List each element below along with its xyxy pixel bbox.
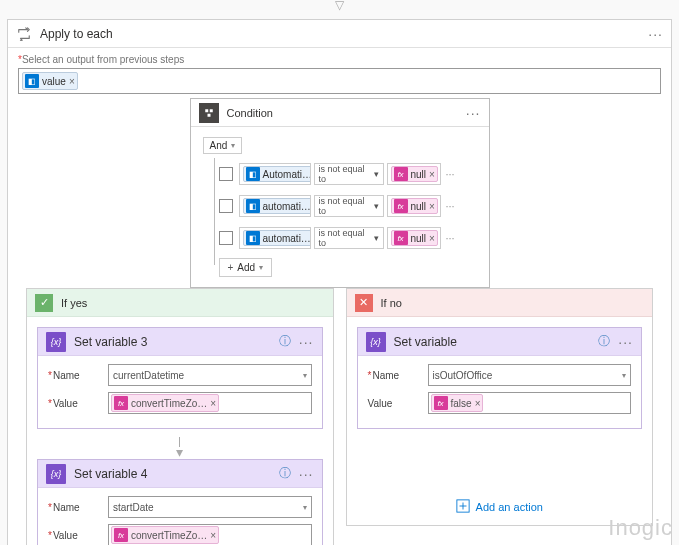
action-title: Set variable 4 (74, 467, 279, 481)
info-icon[interactable]: ⓘ (279, 465, 291, 482)
action-title: Set variable (394, 335, 599, 349)
row-checkbox[interactable] (219, 231, 233, 245)
loop-icon (16, 26, 32, 42)
chevron-down-icon: ▾ (303, 503, 307, 512)
remove-token-icon[interactable]: × (210, 398, 216, 409)
action-title: Set variable 3 (74, 335, 279, 349)
remove-token-icon[interactable]: × (429, 233, 435, 244)
add-condition-button[interactable]: + Add ▾ (219, 258, 273, 277)
if-yes-branch: ✓ If yes {x} Set variable 3 ⓘ ··· (26, 288, 334, 545)
remove-token-icon[interactable]: × (429, 201, 435, 212)
set-variable-card: {x} Set variable ⓘ ··· Name isOutOfOffic… (357, 327, 643, 429)
fx-icon: fx (114, 528, 128, 542)
condition-left[interactable]: ◧Automati…× (239, 163, 311, 185)
condition-left[interactable]: ◧automati…× (239, 195, 311, 217)
info-icon[interactable]: ⓘ (279, 333, 291, 350)
chevron-down-icon: ▾ (374, 201, 379, 211)
remove-token-icon[interactable]: × (429, 169, 435, 180)
if-no-title: If no (381, 297, 402, 309)
set-variable-card: {x} Set variable 4 ⓘ ··· Name startDate▾ (37, 459, 323, 545)
condition-operator[interactable]: is not equal to▾ (314, 195, 384, 217)
apply-to-each-header[interactable]: Apply to each ··· (8, 20, 671, 48)
close-icon: ✕ (355, 294, 373, 312)
condition-row: ◧automati…× is not equal to▾ fxnull× ··· (207, 226, 477, 250)
remove-token-icon[interactable]: × (69, 76, 75, 87)
condition-row: ◧automati…× is not equal to▾ fxnull× ··· (207, 194, 477, 218)
group-operator-label: And (210, 140, 228, 151)
condition-right[interactable]: fxnull× (387, 195, 441, 217)
condition-left[interactable]: ◧automati…× (239, 227, 311, 249)
row-checkbox[interactable] (219, 199, 233, 213)
chevron-down-icon: ▾ (259, 263, 263, 272)
plus-icon: + (228, 262, 234, 273)
chevron-down-icon: ▾ (303, 371, 307, 380)
remove-token-icon[interactable]: × (475, 398, 481, 409)
action-menu[interactable]: ··· (299, 334, 314, 350)
info-icon[interactable]: ⓘ (598, 333, 610, 350)
condition-header[interactable]: Condition ··· (191, 99, 489, 127)
add-action-link[interactable]: Add an action (357, 499, 643, 515)
value-input[interactable]: fxconvertTimeZo…× (108, 392, 312, 414)
output-prompt: *Select an output from previous steps (18, 54, 661, 65)
name-input[interactable]: isOutOfOffice▾ (428, 364, 632, 386)
row-menu[interactable]: ··· (446, 232, 455, 244)
row-checkbox[interactable] (219, 167, 233, 181)
remove-token-icon[interactable]: × (210, 530, 216, 541)
condition-operator[interactable]: is not equal to▾ (314, 163, 384, 185)
flow-arrow: ▾ (37, 437, 323, 457)
dynamics-icon: ◧ (246, 231, 260, 245)
condition-row: ◧Automati…× is not equal to▾ fxnull× ··· (207, 162, 477, 186)
name-label: Name (368, 370, 428, 381)
apply-to-each-menu[interactable]: ··· (648, 26, 663, 42)
name-input[interactable]: startDate▾ (108, 496, 312, 518)
chevron-down-icon: ▾ (374, 169, 379, 179)
dynamics-icon: ◧ (246, 199, 260, 213)
condition-operator[interactable]: is not equal to▾ (314, 227, 384, 249)
condition-card: Condition ··· And ▾ ◧Automati…× is not e… (190, 98, 490, 288)
action-menu[interactable]: ··· (299, 466, 314, 482)
row-menu[interactable]: ··· (446, 168, 455, 180)
check-icon: ✓ (35, 294, 53, 312)
if-yes-header[interactable]: ✓ If yes (27, 289, 333, 317)
variable-icon: {x} (366, 332, 386, 352)
chevron-down-icon: ▾ (622, 371, 626, 380)
fx-icon: fx (394, 167, 408, 181)
if-no-branch: ✕ If no {x} Set variable ⓘ ··· Nam (346, 288, 654, 526)
add-action-label: Add an action (476, 501, 543, 513)
group-operator[interactable]: And ▾ (203, 137, 243, 154)
if-no-header[interactable]: ✕ If no (347, 289, 653, 317)
value-input[interactable]: fxfalse× (428, 392, 632, 414)
name-label: Name (48, 370, 108, 381)
add-action-icon (456, 499, 470, 515)
value-input[interactable]: fxconvertTimeZo…× (108, 524, 312, 545)
output-input[interactable]: ◧ value × (18, 68, 661, 94)
fx-icon: fx (394, 199, 408, 213)
value-token-label: value (42, 76, 66, 87)
add-label: Add (237, 262, 255, 273)
condition-right[interactable]: fxnull× (387, 227, 441, 249)
variable-icon: {x} (46, 464, 66, 484)
dynamics-icon: ◧ (25, 74, 39, 88)
condition-right[interactable]: fxnull× (387, 163, 441, 185)
action-header[interactable]: {x} Set variable 3 ⓘ ··· (38, 328, 322, 356)
row-menu[interactable]: ··· (446, 200, 455, 212)
action-header[interactable]: {x} Set variable 4 ⓘ ··· (38, 460, 322, 488)
value-label: Value (368, 398, 428, 409)
value-token[interactable]: ◧ value × (22, 72, 78, 90)
action-menu[interactable]: ··· (618, 334, 633, 350)
name-input[interactable]: currentDatetime▾ (108, 364, 312, 386)
set-variable-card: {x} Set variable 3 ⓘ ··· Name currentDat… (37, 327, 323, 429)
action-header[interactable]: {x} Set variable ⓘ ··· (358, 328, 642, 356)
apply-to-each-card: Apply to each ··· *Select an output from… (7, 19, 672, 545)
condition-icon (199, 103, 219, 123)
if-yes-title: If yes (61, 297, 87, 309)
value-label: Value (48, 398, 108, 409)
flow-arrow-in: ▽ (0, 0, 679, 12)
variable-icon: {x} (46, 332, 66, 352)
fx-icon: fx (394, 231, 408, 245)
chevron-down-icon: ▾ (231, 141, 235, 150)
chevron-down-icon: ▾ (374, 233, 379, 243)
condition-menu[interactable]: ··· (466, 105, 481, 121)
value-label: Value (48, 530, 108, 541)
name-label: Name (48, 502, 108, 513)
